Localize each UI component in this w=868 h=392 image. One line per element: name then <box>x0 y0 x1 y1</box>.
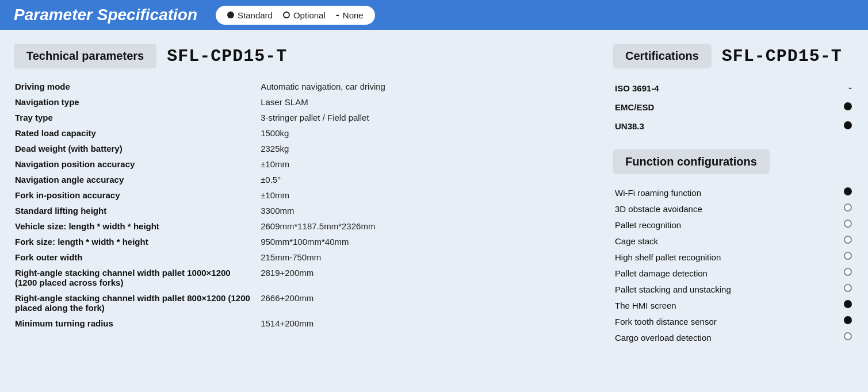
func-row: Wi-Fi roaming function <box>613 185 854 201</box>
param-row: Navigation angle accuracy ±0.5° <box>14 172 599 187</box>
empty-icon <box>844 252 852 260</box>
header-bar: Parameter Specification Standard Optiona… <box>0 0 868 30</box>
func-status <box>831 297 854 313</box>
func-name: The HMI screen <box>613 297 831 313</box>
dash-icon: - <box>848 82 852 94</box>
param-value: Laser SLAM <box>259 94 599 110</box>
func-status <box>831 217 854 233</box>
func-status <box>831 201 854 217</box>
cert-model: SFL-CPD15-T <box>722 47 842 66</box>
param-row: Rated load capacity 1500kg <box>14 125 599 141</box>
filled-icon <box>844 300 852 308</box>
page-title: Parameter Specification <box>14 6 197 24</box>
legend-none-label: None <box>343 10 364 20</box>
param-row: Driving mode Automatic navigation, car d… <box>14 79 599 94</box>
param-value: ±10mm <box>259 187 599 203</box>
func-name: High shelf pallet recognition <box>613 249 831 265</box>
param-value: 950mm*100mm*40mm <box>259 234 599 249</box>
func-status <box>831 281 854 297</box>
func-status <box>831 249 854 265</box>
func-name: Cargo overload detection <box>613 329 831 345</box>
param-row: Standard lifting height 3300mm <box>14 203 599 218</box>
param-row: Navigation position accuracy ±10mm <box>14 156 599 172</box>
param-row: Vehicle size: length * width * height 26… <box>14 218 599 234</box>
cert-status <box>804 117 854 136</box>
param-row: Tray type 3-stringer pallet / Field pall… <box>14 110 599 125</box>
dot-filled-icon <box>227 11 234 18</box>
param-value: 3-stringer pallet / Field pallet <box>259 110 599 125</box>
func-row: The HMI screen <box>613 297 854 313</box>
func-row: Pallet stacking and unstacking <box>613 281 854 297</box>
func-name: Fork tooth distance sensor <box>613 313 831 329</box>
param-value: 3300mm <box>259 203 599 218</box>
func-row: Pallet recognition <box>613 217 854 233</box>
filled-icon <box>844 121 852 129</box>
param-row: Dead weight (with battery) 2325kg <box>14 141 599 156</box>
func-status <box>831 329 854 345</box>
legend-standard-label: Standard <box>238 10 273 20</box>
param-name: Right-angle stacking channel width palle… <box>14 265 259 290</box>
func-row: Cage stack <box>613 233 854 249</box>
tech-section-label: Technical parameters <box>14 44 156 68</box>
param-name: Tray type <box>14 110 259 125</box>
func-section: Function configurations Wi-Fi roaming fu… <box>613 149 854 345</box>
param-name: Navigation position accuracy <box>14 156 259 172</box>
dash-icon: - <box>336 9 339 21</box>
func-name: Pallet stacking and unstacking <box>613 281 831 297</box>
tech-model: SFL-CPD15-T <box>167 47 287 66</box>
filled-icon <box>844 316 852 324</box>
param-name: Driving mode <box>14 79 259 94</box>
param-row: Navigation type Laser SLAM <box>14 94 599 110</box>
cert-row: UN38.3 <box>613 117 854 136</box>
cert-section: Certifications SFL-CPD15-T ISO 3691-4 - … <box>613 44 854 136</box>
func-name: Cage stack <box>613 233 831 249</box>
cert-row: EMC/ESD <box>613 98 854 117</box>
param-row: Fork outer width 215mm-750mm <box>14 249 599 265</box>
cert-name: EMC/ESD <box>613 98 804 117</box>
tech-section-header: Technical parameters SFL-CPD15-T <box>14 44 599 68</box>
param-value: 2609mm*1187.5mm*2326mm <box>259 218 599 234</box>
cert-name: ISO 3691-4 <box>613 79 804 98</box>
param-value: Automatic navigation, car driving <box>259 79 599 94</box>
cert-status <box>804 98 854 117</box>
param-name: Navigation type <box>14 94 259 110</box>
param-value: 2819+200mm <box>259 265 599 290</box>
func-table: Wi-Fi roaming function 3D obstacle avoid… <box>613 185 854 345</box>
cert-status: - <box>804 79 854 98</box>
param-row: Fork in-position accuracy ±10mm <box>14 187 599 203</box>
filled-icon <box>844 102 852 110</box>
right-panel: Certifications SFL-CPD15-T ISO 3691-4 - … <box>613 44 854 345</box>
func-status <box>831 185 854 201</box>
func-status <box>831 313 854 329</box>
param-value: 1500kg <box>259 125 599 141</box>
param-name: Fork in-position accuracy <box>14 187 259 203</box>
func-section-header: Function configurations <box>613 149 854 174</box>
param-value: 2325kg <box>259 141 599 156</box>
func-row: Fork tooth distance sensor <box>613 313 854 329</box>
param-row: Minimum turning radius 1514+200mm <box>14 316 599 331</box>
func-name: Pallet damage detection <box>613 265 831 281</box>
param-value: 215mm-750mm <box>259 249 599 265</box>
empty-icon <box>844 332 852 340</box>
func-row: 3D obstacle avoidance <box>613 201 854 217</box>
param-value: ±0.5° <box>259 172 599 187</box>
legend-optional-label: Optional <box>293 10 326 20</box>
legend-bar: Standard Optional - None <box>216 6 375 25</box>
filled-icon <box>844 187 852 195</box>
param-value: 2666+200mm <box>259 290 599 316</box>
dot-empty-icon <box>283 11 290 18</box>
func-name: Pallet recognition <box>613 217 831 233</box>
left-panel: Technical parameters SFL-CPD15-T Driving… <box>14 44 599 345</box>
empty-icon <box>844 268 852 276</box>
empty-icon <box>844 284 852 292</box>
legend-optional: Optional <box>283 10 326 20</box>
param-name: Standard lifting height <box>14 203 259 218</box>
param-name: Dead weight (with battery) <box>14 141 259 156</box>
param-name: Rated load capacity <box>14 125 259 141</box>
cert-row: ISO 3691-4 - <box>613 79 854 98</box>
param-name: Vehicle size: length * width * height <box>14 218 259 234</box>
func-status <box>831 265 854 281</box>
func-name: Wi-Fi roaming function <box>613 185 831 201</box>
legend-none: - None <box>336 9 364 21</box>
func-status <box>831 233 854 249</box>
